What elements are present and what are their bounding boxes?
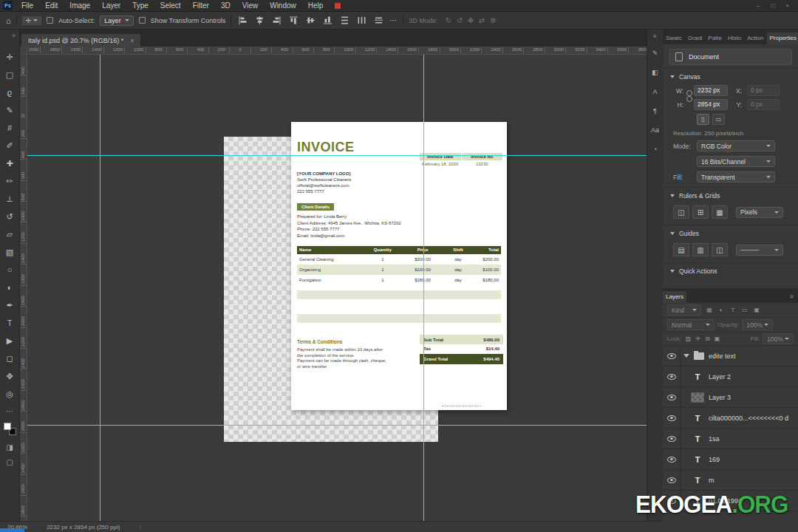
align-middle-icon[interactable] xyxy=(304,15,316,27)
dodge-tool-icon[interactable]: ◐ xyxy=(0,279,20,296)
hand-tool-icon[interactable]: ✥ xyxy=(0,367,20,385)
3d-mode-icon[interactable]: ⊕ xyxy=(487,16,498,24)
ruler-grid-icon[interactable]: ⊞ xyxy=(692,205,709,219)
layer-name[interactable]: Layer 2 xyxy=(709,373,731,381)
blur-tool-icon[interactable]: ○ xyxy=(0,261,20,279)
properties-target[interactable]: Document xyxy=(669,49,792,65)
section-guides[interactable]: Guides xyxy=(663,225,798,240)
lock-icon[interactable]: ▨ xyxy=(684,335,692,342)
layer-row[interactable]: Layer 3 xyxy=(663,387,798,408)
zoom-tool-icon[interactable]: ◎ xyxy=(0,385,20,403)
section-rulers-grids[interactable]: Rulers & Grids xyxy=(663,187,798,202)
close-icon[interactable]: × xyxy=(130,37,134,44)
layer-name[interactable]: edite text xyxy=(709,352,736,360)
3d-mode-icon[interactable]: ↻ xyxy=(443,16,454,24)
guide-option-icon[interactable]: ▤ xyxy=(673,243,689,256)
eye-icon[interactable] xyxy=(667,457,676,463)
brush-settings-icon[interactable]: ✎ xyxy=(648,47,663,59)
units-dropdown[interactable]: Pixels xyxy=(736,207,783,218)
eye-icon[interactable] xyxy=(667,395,676,400)
layer-row[interactable]: 1sa xyxy=(663,429,798,449)
distribute-center-icon[interactable] xyxy=(372,15,384,27)
shape-tool-icon[interactable]: ◻ xyxy=(0,349,20,367)
section-quick-actions[interactable]: Quick Actions xyxy=(663,262,798,278)
menu-item[interactable]: Filter xyxy=(187,0,215,12)
healing-brush-tool-icon[interactable]: ✚ xyxy=(0,154,20,172)
fill-dropdown[interactable]: 100% xyxy=(763,333,794,344)
lock-icon[interactable]: ▣ xyxy=(713,335,721,342)
edit-toolbar-icon[interactable]: ⋯ xyxy=(6,407,13,415)
landscape-orientation-icon[interactable]: ▭ xyxy=(712,114,725,125)
eye-icon[interactable] xyxy=(667,477,676,483)
align-left-icon[interactable] xyxy=(236,15,248,27)
menu-item[interactable]: Image xyxy=(64,0,96,12)
collapse-panels-icon[interactable]: « xyxy=(653,33,657,40)
adjustments-icon[interactable]: ◧ xyxy=(648,66,663,78)
eraser-tool-icon[interactable]: ▱ xyxy=(0,225,20,243)
vertical-ruler[interactable]: 4002000200400600800100012001400160018002… xyxy=(20,55,27,521)
gradient-tool-icon[interactable]: ▧ xyxy=(0,243,20,261)
align-bottom-icon[interactable] xyxy=(321,15,333,27)
menu-item[interactable]: Help xyxy=(302,0,330,12)
layer-name[interactable]: cilta000000...<<<<<<<<0 d xyxy=(709,415,788,422)
panel-tab[interactable]: Gradi xyxy=(685,33,706,44)
quick-mask-icon[interactable]: ◨ xyxy=(0,440,20,454)
color-mode-dropdown[interactable]: RGB Color xyxy=(697,140,775,151)
align-center-h-icon[interactable] xyxy=(253,15,265,27)
layer-thumbnail[interactable] xyxy=(691,392,704,403)
move-tool-icon[interactable]: ✛ xyxy=(0,48,20,66)
layer-filter-icon[interactable]: ▭ xyxy=(740,305,750,316)
3d-mode-icon[interactable]: ⇄ xyxy=(476,16,487,24)
guide-vertical-2[interactable] xyxy=(423,55,424,521)
home-icon[interactable]: ⌂ xyxy=(6,16,11,25)
visibility-cell[interactable] xyxy=(663,449,681,469)
menu-item[interactable]: Select xyxy=(154,0,187,12)
layer-thumbnail[interactable] xyxy=(691,372,704,382)
tab-properties[interactable]: Properties xyxy=(767,33,798,44)
menu-item[interactable]: Type xyxy=(126,0,154,12)
guide-option-icon[interactable]: ◫ xyxy=(712,243,728,256)
lock-icon[interactable]: ✛ xyxy=(694,335,702,342)
paragraph-panel-icon[interactable]: ¶ xyxy=(648,104,663,117)
eye-icon[interactable] xyxy=(667,415,676,421)
ruler-grid-icon[interactable]: ▦ xyxy=(712,205,728,219)
character-panel-icon[interactable]: A xyxy=(648,85,663,98)
panel-tab[interactable]: Swatc xyxy=(663,33,685,44)
portrait-orientation-icon[interactable]: ▯ xyxy=(697,114,709,125)
distribute-vertical-icon[interactable] xyxy=(338,15,350,27)
blend-mode-dropdown[interactable]: Normal xyxy=(667,319,715,330)
visibility-cell[interactable] xyxy=(663,429,681,449)
layer-name[interactable]: 169 xyxy=(709,456,720,463)
window-control-icon[interactable]: × xyxy=(785,2,789,9)
visibility-cell[interactable] xyxy=(663,387,681,407)
ruler-grid-icon[interactable]: ◫ xyxy=(673,205,689,219)
status-chevron-icon[interactable]: › xyxy=(139,524,141,531)
height-field[interactable]: 2854 px xyxy=(694,99,728,110)
history-brush-tool-icon[interactable]: ↺ xyxy=(0,208,20,225)
layer-thumbnail[interactable] xyxy=(691,454,704,465)
visibility-cell[interactable] xyxy=(663,408,681,428)
3d-mode-icon[interactable]: ✥ xyxy=(465,16,476,24)
align-top-icon[interactable] xyxy=(287,15,299,27)
visibility-cell[interactable] xyxy=(663,346,681,366)
layer-filter-icon[interactable]: T xyxy=(728,305,738,316)
layer-row[interactable]: cilta000000...<<<<<<<<0 d xyxy=(663,408,798,429)
toolbar-expand-icon[interactable]: » xyxy=(12,32,19,42)
menu-item[interactable]: Window xyxy=(264,0,302,12)
show-transform-checkbox[interactable] xyxy=(139,17,146,24)
visibility-cell[interactable] xyxy=(663,366,681,386)
link-dimensions-icon[interactable] xyxy=(686,90,692,103)
menu-item[interactable]: Edit xyxy=(39,0,64,12)
marquee-tool-icon[interactable]: ▢ xyxy=(0,66,20,83)
layer-name[interactable]: 1sa xyxy=(709,435,720,443)
visibility-cell[interactable] xyxy=(663,470,681,490)
panel-tab[interactable]: Histo xyxy=(725,33,744,44)
path-selection-tool-icon[interactable]: ▶ xyxy=(0,332,20,349)
lock-icon[interactable]: ⊞ xyxy=(703,335,712,342)
pen-tool-icon[interactable]: ✒ xyxy=(0,296,20,314)
panel-menu-icon[interactable]: ≡ xyxy=(785,293,798,303)
layer-thumbnail[interactable] xyxy=(691,434,704,444)
quick-selection-tool-icon[interactable]: ✎ xyxy=(0,101,20,119)
layer-filter-dropdown[interactable]: Kind xyxy=(667,304,701,316)
canvas-viewport[interactable]: INVOICE Invoice Date Invoice No February… xyxy=(27,55,647,521)
